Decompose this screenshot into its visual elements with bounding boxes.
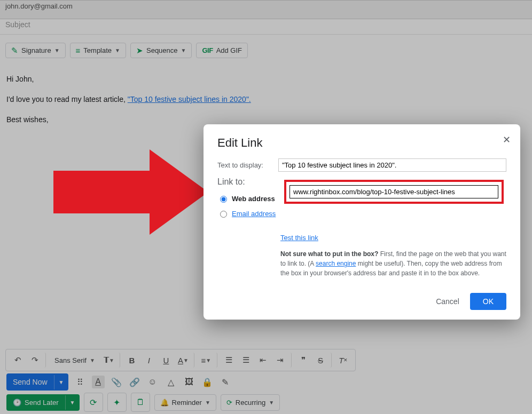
reminder-label: Reminder [172, 399, 202, 407]
reminder-button[interactable]: 🔔 Reminder ▼ [154, 394, 216, 411]
font-size-button[interactable]: 𝗧▼ [101, 353, 120, 368]
drive-icon[interactable]: △ [165, 376, 177, 388]
cancel-button[interactable]: Cancel [429, 293, 466, 310]
confidential-icon[interactable]: 🔒 [201, 376, 214, 388]
template-button[interactable]: ≡ Template ▼ [70, 43, 126, 58]
image-icon[interactable]: 🖼 [183, 376, 195, 388]
template-label: Template [83, 46, 112, 54]
signature-button[interactable]: ✎ Signature ▼ [5, 43, 66, 58]
bulleted-list-icon[interactable]: ☰ [239, 353, 254, 368]
help-bold: Not sure what to put in the box? [280, 250, 378, 258]
font-family-select[interactable]: Sans Serif ▼ [50, 356, 99, 364]
article-link[interactable]: "Top 10 festive subject lines in 2020". [128, 95, 251, 104]
sequence-label: Sequence [146, 46, 178, 54]
subject-placeholder: Subject [5, 20, 30, 29]
body-line: I'd love you to read my latest article, … [6, 92, 526, 106]
send-now-label: Send Now [6, 373, 54, 391]
bell-icon: 🔔 [160, 399, 169, 407]
strikethrough-icon[interactable]: S [313, 353, 332, 368]
recurring-label: Recurring [236, 399, 265, 407]
svg-marker-0 [53, 149, 208, 235]
signature-label: Signature [21, 46, 51, 54]
align-icon[interactable]: ≡▼ [199, 353, 217, 368]
clock-icon: 🕑 [13, 399, 21, 407]
link-icon[interactable]: 🔗 [128, 376, 141, 388]
text-color-icon[interactable]: A▼ [176, 353, 194, 368]
recurring-button[interactable]: ⟳ Recurring ▼ [221, 394, 280, 411]
indent-more-icon[interactable]: ⇥ [273, 353, 292, 368]
add-gif-button[interactable]: GIF Add GIF [196, 43, 248, 58]
to-field-row[interactable]: john.dory@gmail.com [0, 0, 532, 19]
text-format-toggle-icon[interactable]: A [92, 376, 105, 388]
to-value: john.dory@gmail.com [5, 2, 73, 10]
extension-icon[interactable]: ✦ [107, 393, 127, 412]
send-split-icon[interactable]: ▼ [54, 375, 68, 389]
chevron-down-icon[interactable]: ▼ [65, 395, 80, 410]
template-icon: ≡ [76, 46, 81, 54]
email-address-label: Email address [232, 210, 276, 218]
undo-icon[interactable]: ↶ [10, 353, 25, 368]
indent-less-icon[interactable]: ⇤ [256, 353, 271, 368]
redo-icon[interactable]: ↷ [27, 353, 46, 368]
pen-icon[interactable]: ✎ [219, 376, 232, 388]
text-to-display-input[interactable] [278, 158, 506, 172]
numbered-list-icon[interactable]: ☰ [222, 353, 237, 368]
radio-input[interactable] [220, 211, 227, 218]
radio-input[interactable] [220, 196, 227, 203]
chevron-down-icon: ▼ [54, 47, 60, 53]
send-later-button[interactable]: 🕑Send Later ▼ [6, 394, 80, 411]
url-field-highlight [284, 180, 504, 204]
subject-field-row[interactable]: Subject [0, 18, 532, 35]
search-engine-link[interactable]: search engine [316, 260, 356, 267]
italic-icon[interactable]: I [142, 353, 157, 368]
attach-icon[interactable]: 📎 [110, 376, 123, 388]
dropbox-icon[interactable]: ⠿ [74, 376, 87, 388]
sequence-button[interactable]: ➤ Sequence ▼ [130, 43, 192, 58]
gif-icon: GIF [202, 47, 213, 54]
send-now-button[interactable]: Send Now ▼ [6, 373, 68, 391]
signature-icon: ✎ [11, 46, 18, 54]
sequence-icon: ➤ [136, 46, 143, 54]
body-line: Hi John, [6, 72, 526, 86]
url-input[interactable] [290, 185, 498, 198]
chevron-down-icon: ▼ [90, 357, 95, 363]
track-icon[interactable]: ⟳ [84, 393, 103, 412]
font-family-label: Sans Serif [54, 356, 87, 364]
dialog-title: Edit Link [217, 136, 506, 150]
text-to-display-label: Text to display: [217, 161, 272, 169]
emoji-icon[interactable]: ☺ [146, 376, 159, 388]
note-icon[interactable]: 🗒 [131, 393, 150, 412]
chevron-down-icon: ▼ [205, 400, 210, 405]
web-address-label: Web address [232, 195, 275, 203]
link-to-label: Link to: [217, 177, 280, 187]
add-gif-label: Add GIF [216, 46, 242, 54]
compose-extras-row: ✎ Signature ▼ ≡ Template ▼ ➤ Sequence ▼ … [5, 43, 248, 58]
close-icon[interactable]: ✕ [503, 134, 511, 146]
help-text: Not sure what to put in the box? First, … [280, 249, 506, 278]
format-toolbar: ↶ ↷ Sans Serif ▼ 𝗧▼ B I U A▼ ≡▼ ☰ ☰ ⇤ ⇥ … [5, 349, 356, 371]
body-text: I'd love you to read my latest article, [6, 95, 128, 104]
compose-body[interactable]: Hi John, I'd love you to read my latest … [6, 72, 526, 133]
email-address-radio[interactable]: Email address [217, 209, 280, 218]
chevron-down-icon: ▼ [269, 400, 274, 405]
clear-formatting-icon[interactable]: T✕ [336, 353, 351, 368]
chevron-down-icon: ▼ [115, 47, 120, 53]
send-row: Send Now ▼ ⠿ A 📎 🔗 ☺ △ 🖼 🔒 ✎ [6, 373, 232, 391]
send-later-label: Send Later [25, 399, 59, 407]
web-address-radio[interactable]: Web address [217, 194, 280, 203]
chevron-down-icon: ▼ [181, 47, 186, 53]
test-this-link[interactable]: Test this link [280, 234, 506, 242]
edit-link-dialog: ✕ Edit Link Text to display: Link to: We… [204, 124, 520, 320]
underline-icon[interactable]: U [159, 353, 174, 368]
ok-button[interactable]: OK [470, 293, 506, 310]
quote-icon[interactable]: ❞ [296, 353, 311, 368]
rightinbox-row: 🕑Send Later ▼ ⟳ ✦ 🗒 🔔 Reminder ▼ ⟳ Recur… [6, 393, 280, 412]
red-arrow-annotation [53, 149, 214, 235]
recurring-icon: ⟳ [226, 399, 232, 407]
bold-icon[interactable]: B [124, 353, 139, 368]
